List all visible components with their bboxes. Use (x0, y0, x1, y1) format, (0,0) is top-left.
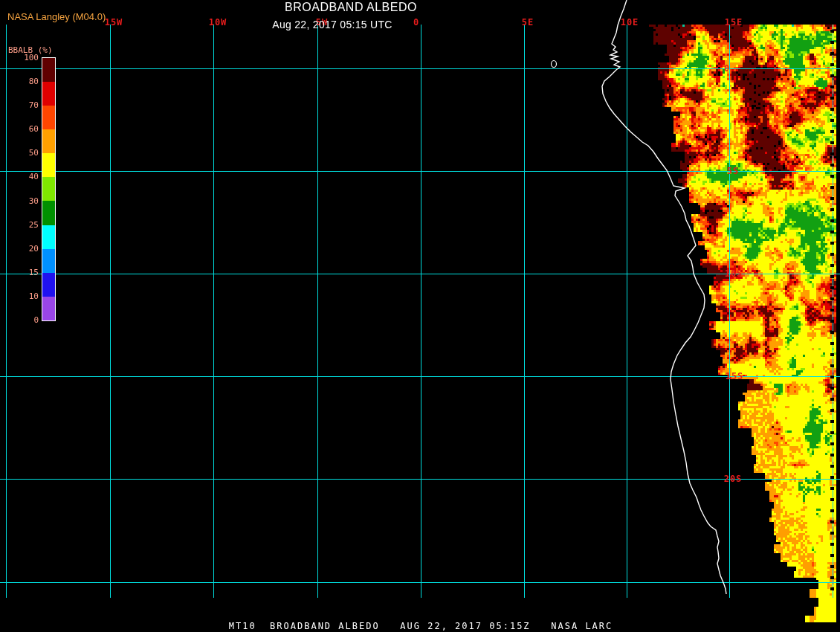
africa-coastline (602, 0, 726, 594)
legend-swatch (42, 273, 55, 297)
legend-swatch (42, 225, 55, 249)
legend-value: 0 (12, 315, 39, 325)
legend-swatch (42, 249, 55, 273)
legend-value: 100 (12, 53, 39, 62)
legend-swatch (42, 129, 55, 153)
legend-value: 15 (12, 268, 39, 277)
legend-value: 20 (12, 244, 39, 254)
legend-value: 25 (12, 220, 39, 230)
legend-swatch (42, 297, 55, 320)
legend-value: 40 (12, 172, 39, 181)
legend-swatch (42, 153, 55, 177)
timestamp-title: Aug 22, 2017 05:15 UTC (272, 19, 392, 30)
source-label: NASA Langley (M04.0) (7, 11, 106, 22)
legend-swatch (42, 177, 55, 201)
legend-swatch (42, 82, 55, 106)
albedo-product-image: { "header": { "source": "NASA Langley (M… (0, 0, 840, 632)
legend-value: 50 (12, 148, 39, 158)
legend-color-bar (42, 57, 56, 321)
legend-value: 60 (12, 124, 39, 134)
legend-swatch (42, 58, 55, 82)
legend-swatch (42, 106, 55, 129)
legend-value: 80 (12, 77, 39, 86)
page-title: BROADBAND ALBEDO (285, 1, 417, 14)
legend-swatch (42, 201, 55, 225)
coastline-map (0, 0, 840, 632)
footer-caption: MT10 BROADBAND ALBEDO AUG 22, 2017 05:15… (229, 621, 613, 631)
island-outline (552, 61, 557, 68)
legend-value: 10 (12, 291, 39, 301)
legend-value: 30 (12, 196, 39, 206)
legend-value: 70 (12, 100, 39, 110)
